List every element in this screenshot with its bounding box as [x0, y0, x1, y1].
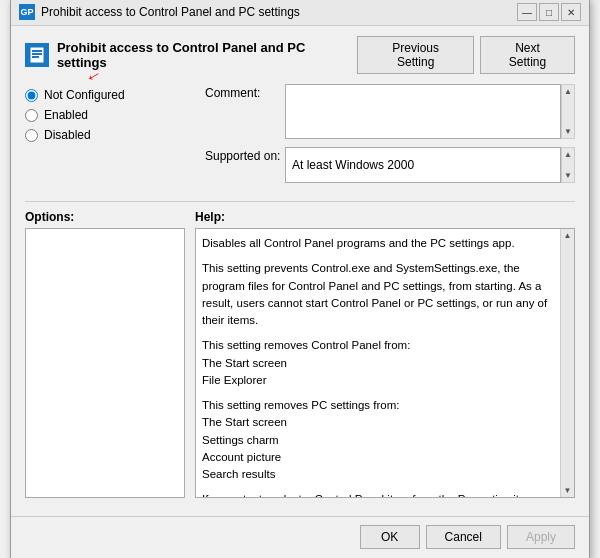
help-header: Help: — [195, 210, 575, 224]
options-header: Options: — [25, 210, 185, 224]
help-para-5: If users try to select a Control Panel i… — [202, 491, 554, 497]
radio-enabled[interactable]: Enabled — [25, 108, 195, 122]
help-box: Disables all Control Panel programs and … — [195, 228, 575, 498]
divider — [25, 201, 575, 202]
header-section: Prohibit access to Control Panel and PC … — [25, 36, 575, 74]
comment-textarea[interactable] — [285, 84, 561, 139]
comment-row: Comment: ▲ ▼ — [205, 84, 575, 139]
radio-not-configured-input[interactable] — [25, 89, 38, 102]
comment-scrollbar[interactable]: ▲ ▼ — [561, 84, 575, 139]
main-layout: → Not Configured Enabled Disabled — [25, 84, 575, 191]
svg-rect-3 — [32, 56, 39, 58]
supported-row: Supported on: At least Windows 2000 ▲ ▼ — [205, 147, 575, 183]
radio-enabled-input[interactable] — [25, 109, 38, 122]
comment-label: Comment: — [205, 84, 285, 100]
supported-scrollbar[interactable]: ▲ ▼ — [561, 147, 575, 183]
scroll-down-icon[interactable]: ▼ — [562, 125, 574, 138]
radio-enabled-label: Enabled — [44, 108, 88, 122]
right-panel: Comment: ▲ ▼ Supported on: At least — [205, 84, 575, 191]
svg-rect-2 — [32, 53, 42, 55]
close-button[interactable]: ✕ — [561, 3, 581, 21]
window-title: Prohibit access to Control Panel and PC … — [41, 5, 300, 19]
supported-label: Supported on: — [205, 147, 285, 163]
ok-button[interactable]: OK — [360, 525, 420, 549]
supported-scroll-down-icon[interactable]: ▼ — [562, 169, 574, 182]
footer: OK Cancel Apply — [11, 516, 589, 558]
options-box — [25, 228, 185, 498]
help-panel: Help: Disables all Control Panel program… — [195, 210, 575, 498]
supported-wrapper: At least Windows 2000 ▲ ▼ — [285, 147, 575, 183]
maximize-button[interactable]: □ — [539, 3, 559, 21]
help-para-4: This setting removes PC settings from:Th… — [202, 397, 554, 483]
help-para-1: Disables all Control Panel programs and … — [202, 235, 554, 252]
scroll-up-icon[interactable]: ▲ — [562, 85, 574, 98]
radio-group: → Not Configured Enabled Disabled — [25, 88, 195, 142]
title-bar: GP Prohibit access to Control Panel and … — [11, 0, 589, 26]
help-scroll-down-icon[interactable]: ▼ — [562, 484, 574, 497]
title-bar-left: GP Prohibit access to Control Panel and … — [19, 4, 300, 20]
policy-icon — [25, 43, 49, 67]
left-panel: → Not Configured Enabled Disabled — [25, 84, 195, 191]
next-setting-button[interactable]: Next Setting — [480, 36, 575, 74]
radio-not-configured-label: Not Configured — [44, 88, 125, 102]
radio-disabled-label: Disabled — [44, 128, 91, 142]
policy-title: Prohibit access to Control Panel and PC … — [57, 40, 357, 70]
cancel-button[interactable]: Cancel — [426, 525, 501, 549]
radio-disabled[interactable]: Disabled — [25, 128, 195, 142]
apply-button[interactable]: Apply — [507, 525, 575, 549]
main-window: GP Prohibit access to Control Panel and … — [10, 0, 590, 558]
help-scroll-up-icon[interactable]: ▲ — [562, 229, 574, 242]
help-scrollbar[interactable]: ▲ ▼ — [560, 229, 574, 497]
previous-setting-button[interactable]: Previous Setting — [357, 36, 474, 74]
bottom-section: Options: Help: Disables all Control Pane… — [25, 210, 575, 498]
help-content: Disables all Control Panel programs and … — [196, 229, 560, 497]
header-left: Prohibit access to Control Panel and PC … — [25, 40, 357, 70]
supported-box: At least Windows 2000 — [285, 147, 561, 183]
comment-textarea-wrapper: ▲ ▼ — [285, 84, 575, 139]
nav-buttons: Previous Setting Next Setting — [357, 36, 575, 74]
window-icon: GP — [19, 4, 35, 20]
minimize-button[interactable]: — — [517, 3, 537, 21]
svg-rect-1 — [32, 50, 42, 52]
radio-disabled-input[interactable] — [25, 129, 38, 142]
title-bar-controls: — □ ✕ — [517, 3, 581, 21]
help-para-2: This setting prevents Control.exe and Sy… — [202, 260, 554, 329]
supported-scroll-up-icon[interactable]: ▲ — [562, 148, 574, 161]
options-panel: Options: — [25, 210, 185, 498]
help-para-3: This setting removes Control Panel from:… — [202, 337, 554, 389]
supported-value: At least Windows 2000 — [286, 154, 560, 176]
dialog-content: Prohibit access to Control Panel and PC … — [11, 26, 589, 508]
radio-not-configured[interactable]: Not Configured — [25, 88, 195, 102]
